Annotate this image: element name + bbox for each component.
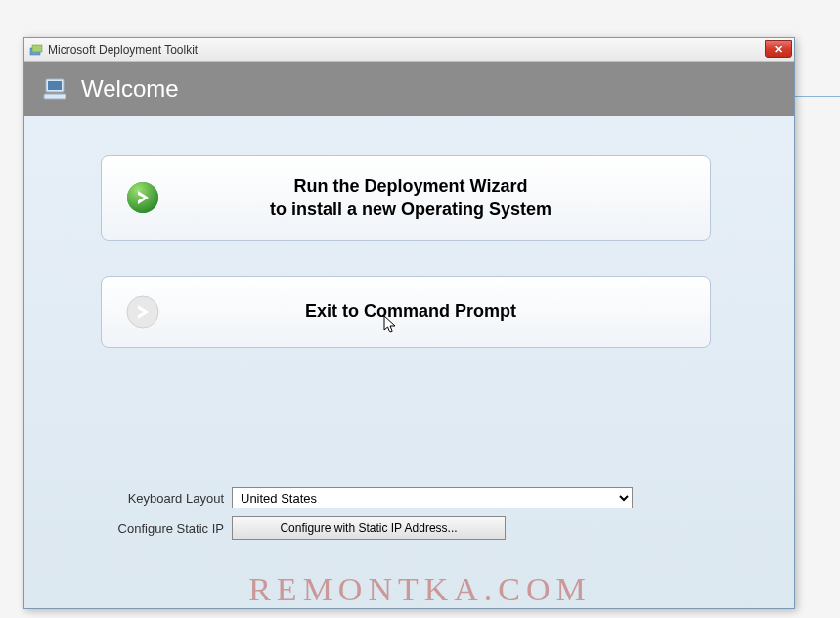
keyboard-layout-row: Keyboard Layout United States [87, 487, 731, 508]
main-window: Microsoft Deployment Toolkit ✕ Welcome [23, 37, 795, 609]
svg-rect-3 [48, 81, 62, 90]
content-area: Run the Deployment Wizard to install a n… [24, 116, 794, 403]
static-ip-row: Configure Static IP Configure with Stati… [87, 516, 731, 540]
svg-rect-4 [44, 94, 66, 99]
arrow-right-green-icon [125, 180, 160, 215]
configure-static-ip-button[interactable]: Configure with Static IP Address... [232, 516, 506, 540]
close-icon: ✕ [774, 43, 783, 56]
computer-icon [42, 77, 69, 101]
svg-point-7 [127, 296, 158, 328]
svg-rect-1 [32, 45, 42, 52]
run-wizard-label: Run the Deployment Wizard to install a n… [184, 174, 686, 222]
app-icon [28, 42, 44, 58]
page-title: Welcome [81, 75, 179, 103]
titlebar: Microsoft Deployment Toolkit ✕ [24, 38, 794, 62]
arrow-right-grey-icon [125, 294, 160, 330]
svg-point-6 [127, 182, 158, 213]
exit-command-prompt-button[interactable]: Exit to Command Prompt [101, 276, 711, 348]
bottom-form: Keyboard Layout United States Configure … [24, 487, 794, 548]
static-ip-label: Configure Static IP [87, 521, 224, 536]
titlebar-text: Microsoft Deployment Toolkit [48, 43, 198, 57]
header-bar: Welcome [24, 62, 794, 116]
keyboard-layout-label: Keyboard Layout [87, 491, 224, 506]
run-deployment-wizard-button[interactable]: Run the Deployment Wizard to install a n… [101, 155, 711, 241]
exit-cmd-label: Exit to Command Prompt [184, 299, 686, 323]
keyboard-layout-select[interactable]: United States [232, 487, 633, 508]
close-button[interactable]: ✕ [765, 40, 792, 58]
